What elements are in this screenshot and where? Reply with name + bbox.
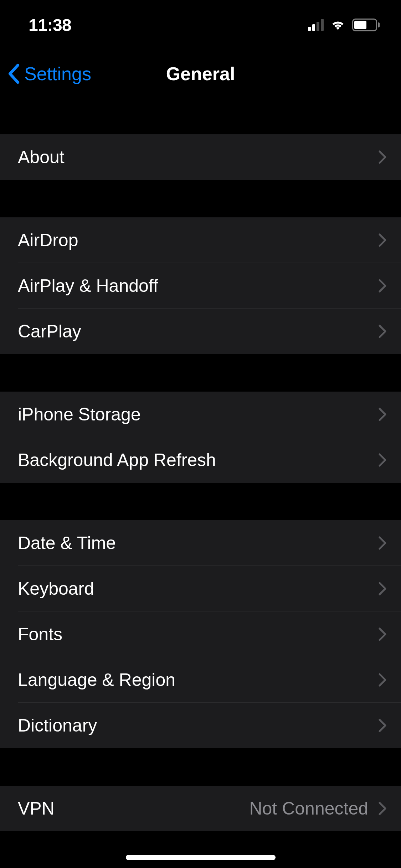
cell-label: iPhone Storage bbox=[18, 404, 378, 425]
chevron-right-icon bbox=[378, 150, 387, 164]
chevron-right-icon bbox=[378, 673, 387, 687]
chevron-right-icon bbox=[378, 627, 387, 641]
cell-label: AirDrop bbox=[18, 230, 378, 250]
cell-keyboard[interactable]: Keyboard bbox=[0, 566, 401, 611]
back-button[interactable]: Settings bbox=[0, 50, 91, 98]
chevron-right-icon bbox=[378, 453, 387, 467]
chevron-right-icon bbox=[378, 582, 387, 596]
cell-fonts[interactable]: Fonts bbox=[0, 611, 401, 657]
group-spacer bbox=[0, 180, 401, 217]
status-icons bbox=[308, 19, 380, 31]
status-time: 11:38 bbox=[29, 15, 71, 35]
cell-label: Background App Refresh bbox=[18, 450, 378, 470]
cell-airdrop[interactable]: AirDrop bbox=[0, 217, 401, 263]
chevron-right-icon bbox=[378, 536, 387, 550]
battery-icon bbox=[352, 19, 380, 31]
chevron-right-icon bbox=[378, 407, 387, 422]
cell-dictionary[interactable]: Dictionary bbox=[0, 703, 401, 748]
cell-airplay-handoff[interactable]: AirPlay & Handoff bbox=[0, 263, 401, 309]
cell-iphone-storage[interactable]: iPhone Storage bbox=[0, 392, 401, 437]
status-bar: 11:38 bbox=[0, 0, 401, 50]
cell-label: Date & Time bbox=[18, 533, 378, 553]
cell-label: VPN bbox=[18, 798, 249, 819]
chevron-right-icon bbox=[378, 279, 387, 293]
cell-about[interactable]: About bbox=[0, 134, 401, 180]
group-spacer bbox=[0, 483, 401, 520]
cell-carplay[interactable]: CarPlay bbox=[0, 309, 401, 354]
home-indicator[interactable] bbox=[126, 855, 276, 860]
chevron-left-icon bbox=[7, 63, 21, 84]
group-spacer bbox=[0, 98, 401, 134]
cell-label: Fonts bbox=[18, 624, 378, 645]
chevron-right-icon bbox=[378, 718, 387, 733]
cell-label: About bbox=[18, 147, 378, 167]
wifi-icon bbox=[329, 19, 346, 31]
cell-label: Language & Region bbox=[18, 670, 378, 690]
chevron-right-icon bbox=[378, 324, 387, 339]
cell-label: AirPlay & Handoff bbox=[18, 275, 378, 296]
cell-label: Keyboard bbox=[18, 578, 378, 599]
navigation-bar: Settings General bbox=[0, 50, 401, 98]
settings-list: About AirDrop AirPlay & Handoff CarPlay … bbox=[0, 98, 401, 831]
cellular-signal-icon bbox=[308, 19, 324, 31]
cell-background-app-refresh[interactable]: Background App Refresh bbox=[0, 437, 401, 483]
chevron-right-icon bbox=[378, 801, 387, 816]
cell-value: Not Connected bbox=[249, 798, 368, 819]
cell-vpn[interactable]: VPN Not Connected bbox=[0, 786, 401, 831]
group-spacer bbox=[0, 354, 401, 392]
back-label: Settings bbox=[24, 63, 91, 84]
cell-date-time[interactable]: Date & Time bbox=[0, 520, 401, 566]
cell-language-region[interactable]: Language & Region bbox=[0, 657, 401, 703]
group-spacer bbox=[0, 748, 401, 786]
chevron-right-icon bbox=[378, 233, 387, 247]
cell-label: Dictionary bbox=[18, 715, 378, 736]
page-title: General bbox=[166, 63, 235, 84]
cell-label: CarPlay bbox=[18, 321, 378, 342]
